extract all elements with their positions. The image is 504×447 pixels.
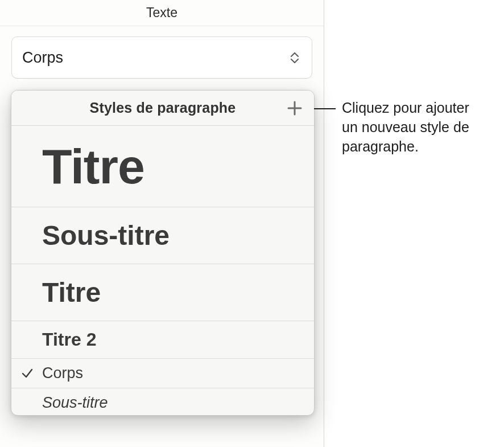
checkmark-icon: [20, 367, 34, 380]
current-style-label: Corps: [22, 49, 63, 67]
plus-icon: [287, 101, 302, 116]
style-label: Corps: [42, 364, 83, 382]
style-label: Sous-titre: [42, 220, 170, 251]
style-item-titre-2[interactable]: Titre 2: [11, 321, 314, 359]
style-label: Sous-titre: [42, 394, 108, 412]
panel-title: Texte: [146, 5, 177, 20]
callout-annotation: Cliquez pour ajouter un nouveau style de…: [342, 99, 469, 156]
style-item-titre[interactable]: Titre: [11, 126, 314, 207]
callout-line-2: un nouveau style de: [342, 118, 469, 137]
paragraph-style-dropdown[interactable]: Corps: [11, 36, 312, 79]
style-label: Titre 2: [42, 329, 96, 350]
text-format-panel: Texte Corps Styles de paragraphe: [0, 0, 324, 447]
paragraph-styles-popover: Styles de paragraphe Titre Sous-titre Ti…: [11, 90, 315, 416]
add-style-button[interactable]: [284, 98, 305, 118]
style-item-sous-titre[interactable]: Sous-titre: [11, 207, 314, 264]
callout-leader-line: [311, 108, 336, 109]
style-item-corps[interactable]: Corps: [11, 359, 314, 388]
updown-chevron-icon: [290, 52, 299, 63]
callout-line-1: Cliquez pour ajouter: [342, 99, 469, 118]
style-item-sous-titre-italic[interactable]: Sous-titre: [11, 388, 314, 415]
style-label: Titre: [42, 142, 144, 191]
panel-header: Texte: [0, 0, 324, 26]
callout-line-3: paragraphe.: [342, 137, 469, 157]
popover-header: Styles de paragraphe: [11, 91, 314, 126]
style-label: Titre: [42, 277, 101, 308]
popover-title: Styles de paragraphe: [90, 100, 236, 116]
paragraph-style-list: Titre Sous-titre Titre Titre 2 Corps: [11, 126, 314, 415]
style-item-titre-heading[interactable]: Titre: [11, 264, 314, 321]
